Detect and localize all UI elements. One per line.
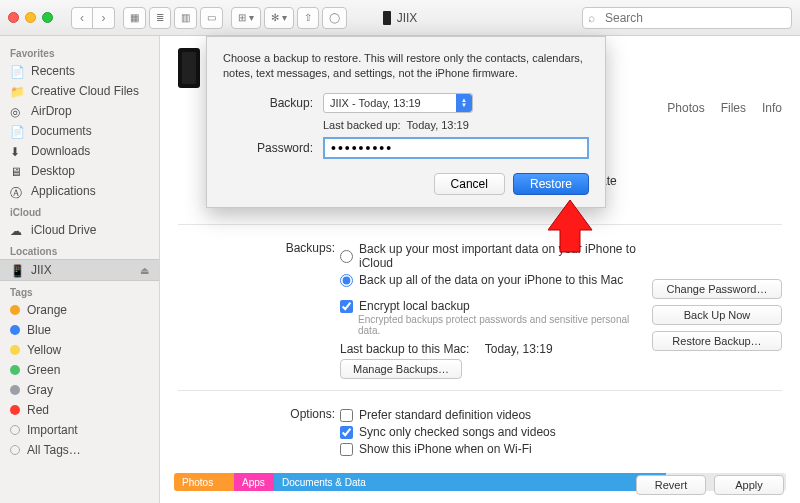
dialog-last-backed-label: Last backed up: xyxy=(323,119,401,131)
dialog-cancel-button[interactable]: Cancel xyxy=(434,173,505,195)
view-gallery-button[interactable]: ▭ xyxy=(200,7,223,29)
sidebar-item-documents[interactable]: 📄Documents xyxy=(0,121,159,141)
sidebar-item-desktop[interactable]: 🖥Desktop xyxy=(0,161,159,181)
last-backup-time: Today, 13:19 xyxy=(485,342,553,356)
sidebar-item-downloads[interactable]: ⬇Downloads xyxy=(0,141,159,161)
desktop-icon: 🖥 xyxy=(10,165,24,177)
sidebar-tag-important[interactable]: Important xyxy=(0,420,159,440)
sidebar-tag-yellow[interactable]: Yellow xyxy=(0,340,159,360)
option-sd-label: Prefer standard definition videos xyxy=(359,408,531,422)
sidebar-tag-green[interactable]: Green xyxy=(0,360,159,380)
sidebar-item-recents[interactable]: 📄Recents xyxy=(0,61,159,81)
titlebar: ‹ › ▦ ≣ ▥ ▭ ⊞ ▾ ✻ ▾ ⇧ ◯ JIIX ⌕ xyxy=(0,0,800,36)
encrypt-subtext: Encrypted backups protect passwords and … xyxy=(358,314,652,336)
sidebar-tag-red[interactable]: Red xyxy=(0,400,159,420)
sidebar-heading-locations: Locations xyxy=(0,240,159,259)
device-icon xyxy=(383,11,391,25)
tag-dot-icon xyxy=(10,425,20,435)
encrypt-label: Encrypt local backup xyxy=(359,299,470,313)
tag-dot-icon xyxy=(10,365,20,375)
group-by-button[interactable]: ⊞ ▾ xyxy=(231,7,261,29)
backup-icloud-label: Back up your most important data on your… xyxy=(359,242,652,270)
tab-photos[interactable]: Photos xyxy=(667,98,704,118)
dialog-restore-button[interactable]: Restore xyxy=(513,173,589,195)
iphone-icon: 📱 xyxy=(10,264,24,276)
options-label: Options: xyxy=(175,407,335,421)
option-sync-checked-checkbox[interactable] xyxy=(340,426,353,439)
tag-dot-icon xyxy=(10,345,20,355)
applications-icon: Ⓐ xyxy=(10,185,24,197)
select-arrows-icon: ▲▼ xyxy=(456,94,472,112)
dialog-backup-label: Backup: xyxy=(223,96,313,110)
share-button[interactable]: ⇧ xyxy=(297,7,319,29)
tag-dot-icon xyxy=(10,385,20,395)
dialog-message: Choose a backup to restore. This will re… xyxy=(223,51,589,81)
zoom-window-button[interactable] xyxy=(42,12,53,23)
options-section: Options: Prefer standard definition vide… xyxy=(160,397,800,461)
backups-label: Backups: xyxy=(175,241,335,255)
manage-backups-button[interactable]: Manage Backups… xyxy=(340,359,462,379)
storage-photos: Photos xyxy=(174,473,234,491)
option-wifi-label: Show this iPhone when on Wi-Fi xyxy=(359,442,532,456)
action-menu-button[interactable]: ✻ ▾ xyxy=(264,7,294,29)
footer-buttons: Revert Apply xyxy=(636,475,784,495)
airdrop-icon: ◎ xyxy=(10,105,24,117)
all-tags-icon xyxy=(10,445,20,455)
apply-button[interactable]: Apply xyxy=(714,475,784,495)
back-button[interactable]: ‹ xyxy=(71,7,93,29)
sidebar-item-airdrop[interactable]: ◎AirDrop xyxy=(0,101,159,121)
nav-buttons: ‹ › xyxy=(71,7,115,29)
sidebar-all-tags[interactable]: All Tags… xyxy=(0,440,159,460)
sidebar-heading-favorites: Favorites xyxy=(0,42,159,61)
documents-icon: 📄 xyxy=(10,125,24,137)
dialog-password-input[interactable] xyxy=(323,137,589,159)
downloads-icon: ⬇ xyxy=(10,145,24,157)
sidebar-item-applications[interactable]: ⒶApplications xyxy=(0,181,159,201)
sidebar-item-creative-cloud[interactable]: 📁Creative Cloud Files xyxy=(0,81,159,101)
restore-backup-dialog: Choose a backup to restore. This will re… xyxy=(206,36,606,208)
option-wifi-checkbox[interactable] xyxy=(340,443,353,456)
backup-now-button[interactable]: Back Up Now xyxy=(652,305,782,325)
sidebar-item-icloud-drive[interactable]: ☁iCloud Drive xyxy=(0,220,159,240)
window-controls xyxy=(8,12,53,23)
tag-button[interactable]: ◯ xyxy=(322,7,347,29)
search-icon: ⌕ xyxy=(588,11,595,25)
last-backup-label: Last backup to this Mac: xyxy=(340,342,469,356)
view-icons-button[interactable]: ▦ xyxy=(123,7,146,29)
backups-section: Backups: Back up your most important dat… xyxy=(160,231,800,384)
minimize-window-button[interactable] xyxy=(25,12,36,23)
tag-dot-icon xyxy=(10,405,20,415)
annotation-arrow-icon xyxy=(548,200,598,255)
folder-icon: 📁 xyxy=(10,85,24,97)
search-input[interactable] xyxy=(582,7,792,29)
storage-apps: Apps xyxy=(234,473,274,491)
backup-mac-label: Back up all of the data on your iPhone t… xyxy=(359,273,623,287)
dialog-backup-select[interactable]: JIIX - Today, 13:19 ▲▼ xyxy=(323,93,473,113)
tag-dot-icon xyxy=(10,305,20,315)
dialog-password-label: Password: xyxy=(223,141,313,155)
close-window-button[interactable] xyxy=(8,12,19,23)
tab-info[interactable]: Info xyxy=(762,98,782,118)
sidebar-item-device-jiix[interactable]: 📱JIIX⏏ xyxy=(0,259,159,281)
sidebar-heading-tags: Tags xyxy=(0,281,159,300)
revert-button[interactable]: Revert xyxy=(636,475,706,495)
eject-icon[interactable]: ⏏ xyxy=(140,265,149,276)
sidebar-tag-orange[interactable]: Orange xyxy=(0,300,159,320)
sidebar: Favorites 📄Recents 📁Creative Cloud Files… xyxy=(0,36,160,503)
option-sd-checkbox[interactable] xyxy=(340,409,353,422)
recents-icon: 📄 xyxy=(10,65,24,77)
tab-files[interactable]: Files xyxy=(721,98,746,118)
backup-icloud-radio[interactable] xyxy=(340,250,353,263)
dialog-last-backed-value: Today, 13:19 xyxy=(407,119,469,131)
icloud-icon: ☁ xyxy=(10,224,24,236)
view-columns-button[interactable]: ▥ xyxy=(174,7,197,29)
device-image-icon xyxy=(178,48,200,88)
view-list-button[interactable]: ≣ xyxy=(149,7,171,29)
forward-button[interactable]: › xyxy=(93,7,115,29)
backup-mac-radio[interactable] xyxy=(340,274,353,287)
encrypt-checkbox[interactable] xyxy=(340,300,353,313)
sidebar-tag-gray[interactable]: Gray xyxy=(0,380,159,400)
sidebar-tag-blue[interactable]: Blue xyxy=(0,320,159,340)
change-password-button[interactable]: Change Password… xyxy=(652,279,782,299)
restore-backup-button[interactable]: Restore Backup… xyxy=(652,331,782,351)
